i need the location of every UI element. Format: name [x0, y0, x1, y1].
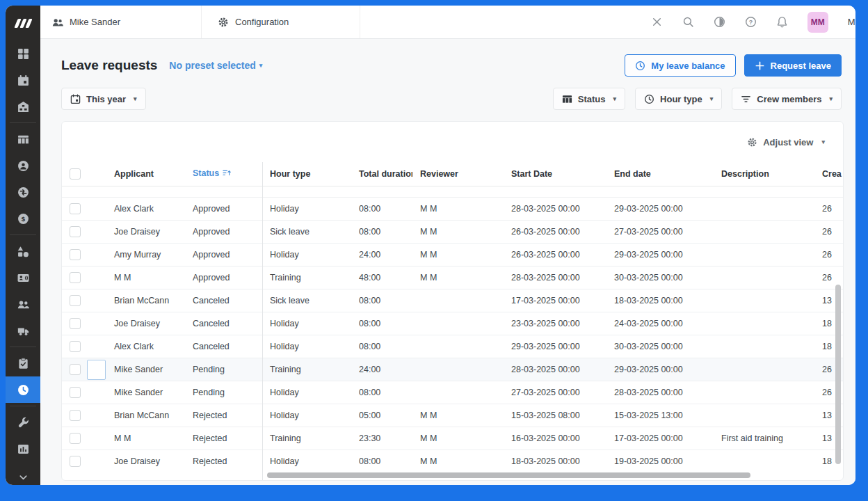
- col-header-description[interactable]: Description: [721, 169, 769, 179]
- sidebar-item-wrench[interactable]: [6, 409, 40, 436]
- col-header-start-date[interactable]: Start Date: [511, 169, 552, 179]
- cell-hour-type: Training: [262, 427, 351, 450]
- sidebar-item-chevron-down[interactable]: [6, 472, 40, 485]
- row-checkbox[interactable]: [70, 387, 81, 398]
- bell-icon[interactable]: [776, 16, 788, 28]
- row-checkbox[interactable]: [70, 433, 81, 444]
- cell-hour-type: Holiday: [262, 404, 351, 427]
- row-checkbox[interactable]: [70, 272, 81, 283]
- row-checkbox[interactable]: [70, 341, 81, 352]
- request-leave-button[interactable]: Request leave: [744, 54, 842, 77]
- adjust-view-control[interactable]: Adjust view ▾: [62, 122, 843, 162]
- horizontal-scrollbar-thumb[interactable]: [267, 472, 750, 478]
- cell-start-date: 28-03-2025 00:00: [504, 266, 606, 289]
- row-checkbox[interactable]: [70, 249, 81, 260]
- cell-total-duration: 08:00: [351, 450, 412, 472]
- table-row[interactable]: Alex ClarkApprovedHoliday08:00M M28-03-2…: [62, 197, 843, 220]
- cell-description: [714, 289, 814, 312]
- table-row[interactable]: M MApprovedTraining48:00M M28-03-2025 00…: [62, 266, 843, 289]
- table-row[interactable]: Joe DraiseyApprovedSick leave08:00M M26-…: [62, 220, 843, 243]
- sidebar-item-warehouse[interactable]: [6, 93, 40, 120]
- user-name: M M: [848, 17, 855, 27]
- sidebar-item-truck[interactable]: [6, 317, 40, 344]
- cell-applicant: Amy Murray: [106, 243, 185, 266]
- row-checkbox[interactable]: [70, 203, 81, 214]
- cell-description: [714, 243, 814, 266]
- sidebar-item-columns[interactable]: [6, 126, 40, 152]
- sidebar-item-shapes[interactable]: [6, 238, 40, 264]
- sidebar-item-people[interactable]: [6, 291, 40, 317]
- cell-start-date: 26-03-2025 00:00: [504, 220, 606, 243]
- table-row[interactable]: Mike SanderPendingTraining24:0028-03-202…: [62, 358, 843, 381]
- my-leave-balance-button[interactable]: My leave balance: [625, 54, 735, 77]
- sidebar-item-clipboard-check[interactable]: [6, 350, 40, 376]
- table-row[interactable]: Joe DraiseyRejectedHoliday08:00M M18-03-…: [62, 450, 843, 472]
- page-title: Leave requests: [61, 58, 157, 73]
- table-row[interactable]: Alex ClarkCanceledHoliday08:0029-03-2025…: [62, 335, 843, 358]
- cell-applicant: M M: [106, 266, 185, 289]
- cell-reviewer: M M: [412, 427, 504, 450]
- cell-start-date: 17-03-2025 00:00: [504, 289, 606, 312]
- table-row[interactable]: Brian McCannCanceledSick leave08:0017-03…: [62, 289, 843, 312]
- col-header-status[interactable]: Status: [193, 168, 219, 178]
- tab-crew[interactable]: Mike Sander: [40, 6, 202, 38]
- row-checkbox[interactable]: [70, 410, 81, 421]
- select-all-checkbox[interactable]: [70, 168, 81, 180]
- cell-reviewer: [412, 312, 504, 335]
- table-row[interactable]: Joe DraiseyCanceledHoliday08:0023-03-202…: [62, 312, 843, 335]
- filter-button-hour-type[interactable]: Hour type▾: [635, 88, 722, 110]
- contact-card-icon: [17, 272, 29, 284]
- sidebar-item-dollar-circle[interactable]: $: [6, 205, 40, 232]
- columns-icon: [17, 134, 29, 145]
- sidebar-divider: [10, 234, 36, 235]
- tab-configuration[interactable]: Configuration: [202, 6, 360, 38]
- sidebar-item-clock-solid[interactable]: [6, 376, 40, 403]
- filter-buttons: Status▾Hour type▾Crew members▾: [553, 88, 842, 110]
- table-row[interactable]: Amy MurrayApprovedHoliday24:00M M26-03-2…: [62, 243, 843, 266]
- table-row[interactable]: M MRejectedTraining23:30M M16-03-2025 00…: [62, 427, 843, 450]
- col-header-total-duration[interactable]: Total duration: [359, 169, 412, 179]
- cell-hour-type: Training: [262, 266, 351, 289]
- vertical-scrollbar-thumb[interactable]: [835, 285, 841, 464]
- app-logo[interactable]: [6, 6, 40, 40]
- filter-button-crew-members[interactable]: Crew members▾: [732, 88, 842, 110]
- cell-reviewer: [412, 289, 504, 312]
- search-icon[interactable]: [682, 16, 694, 28]
- table-row[interactable]: Brian McCannRejectedHoliday05:00M M15-03…: [62, 404, 843, 427]
- help-icon[interactable]: ?: [745, 16, 757, 28]
- row-checkbox[interactable]: [70, 364, 81, 375]
- sidebar-item-dashboard[interactable]: [6, 40, 40, 67]
- col-header-hour-type[interactable]: Hour type: [270, 169, 310, 179]
- row-checkbox[interactable]: [70, 295, 81, 306]
- avatar[interactable]: MM: [807, 12, 828, 33]
- cell-reviewer: M M: [412, 197, 504, 220]
- contrast-icon[interactable]: [714, 16, 725, 28]
- table-row[interactable]: Mike SanderPendingHoliday08:0027-03-2025…: [62, 381, 843, 404]
- cell-reviewer: [412, 358, 504, 381]
- sidebar-item-bar-chart[interactable]: [6, 436, 40, 462]
- cell-status: Pending: [185, 358, 262, 381]
- preset-selector[interactable]: No preset selected ▾: [169, 60, 262, 71]
- row-checkbox[interactable]: [70, 318, 81, 329]
- close-icon[interactable]: [651, 16, 663, 28]
- col-header-reviewer[interactable]: Reviewer: [420, 169, 458, 179]
- sidebar-item-sync-circle[interactable]: [6, 179, 40, 205]
- sidebar-item-person-circle[interactable]: [6, 152, 40, 179]
- filter-button-status[interactable]: Status▾: [553, 88, 625, 110]
- sidebar-item-calendar[interactable]: [6, 67, 40, 93]
- cell-total-duration: 08:00: [351, 220, 412, 243]
- row-checkbox[interactable]: [70, 456, 81, 467]
- sync-circle-icon: [17, 186, 29, 198]
- col-header-applicant[interactable]: Applicant: [114, 169, 154, 179]
- people-icon: [52, 17, 63, 28]
- period-filter-button[interactable]: This year ▾: [61, 88, 146, 110]
- cell-reviewer: M M: [412, 450, 504, 472]
- row-checkbox[interactable]: [70, 226, 81, 237]
- sidebar-item-contact-card[interactable]: [6, 264, 40, 291]
- cell-end-date: 30-03-2025 00:00: [606, 335, 714, 358]
- col-header-end-date[interactable]: End date: [614, 169, 651, 179]
- cell-total-duration: 05:00: [351, 404, 412, 427]
- cell-total-duration: 48:00: [351, 266, 412, 289]
- cell-checkbox: [62, 266, 106, 289]
- col-header-created[interactable]: Crea: [822, 169, 842, 179]
